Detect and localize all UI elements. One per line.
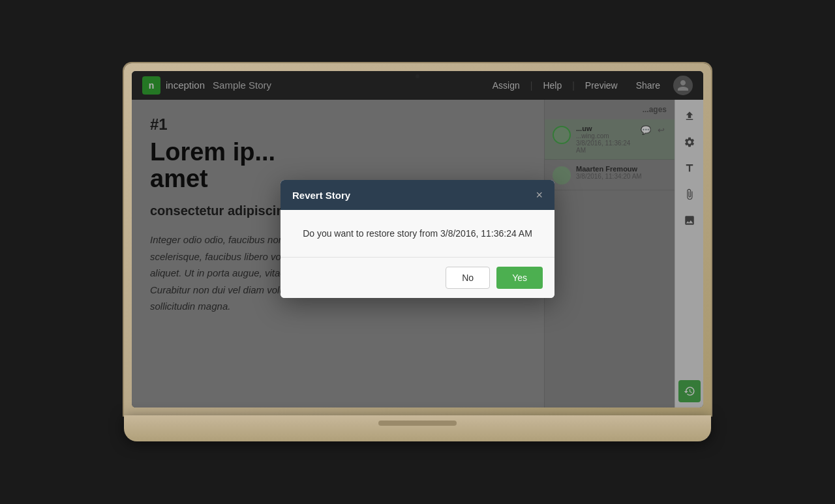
dialog-overlay: Revert Story × Do you want to restore st… bbox=[132, 71, 703, 408]
dialog-body: Do you want to restore story from 3/8/20… bbox=[281, 210, 554, 258]
dialog-title: Revert Story bbox=[292, 190, 350, 201]
laptop-base bbox=[124, 415, 711, 441]
revert-story-dialog: Revert Story × Do you want to restore st… bbox=[281, 180, 554, 298]
screen-content: n inception Sample Story Assign | Help |… bbox=[132, 71, 703, 408]
dialog-message: Do you want to restore story from 3/8/20… bbox=[296, 228, 539, 239]
dialog-footer: No Yes bbox=[281, 258, 554, 298]
dialog-yes-button[interactable]: Yes bbox=[496, 267, 543, 289]
dialog-close-button[interactable]: × bbox=[536, 189, 543, 201]
dialog-header: Revert Story × bbox=[281, 180, 554, 210]
dialog-no-button[interactable]: No bbox=[446, 267, 490, 289]
